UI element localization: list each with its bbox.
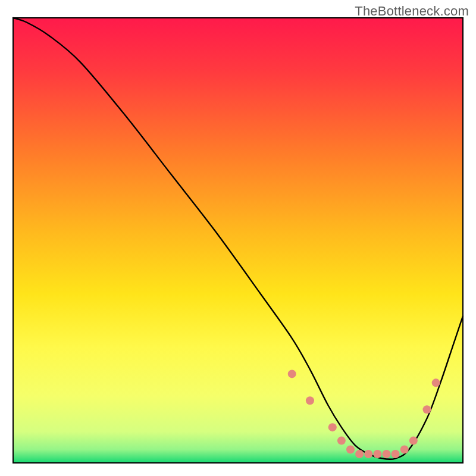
marker-dot xyxy=(373,450,381,458)
plot-area xyxy=(13,18,463,463)
marker-dot xyxy=(400,446,409,454)
marker-dot xyxy=(328,423,337,431)
marker-dot xyxy=(392,450,400,458)
marker-dot xyxy=(355,450,364,458)
marker-dot xyxy=(409,437,418,445)
marker-dot xyxy=(337,437,346,445)
chart-background xyxy=(13,18,463,463)
marker-dot xyxy=(364,450,372,458)
marker-dot xyxy=(288,369,296,378)
chart-container: TheBottleneck.com xyxy=(0,0,476,476)
marker-dot xyxy=(423,405,431,414)
marker-dot xyxy=(382,450,390,458)
chart-svg xyxy=(0,0,476,476)
marker-dot xyxy=(306,396,314,405)
watermark-text: TheBottleneck.com xyxy=(355,4,469,19)
marker-dot xyxy=(346,446,355,454)
marker-dot xyxy=(432,378,440,387)
